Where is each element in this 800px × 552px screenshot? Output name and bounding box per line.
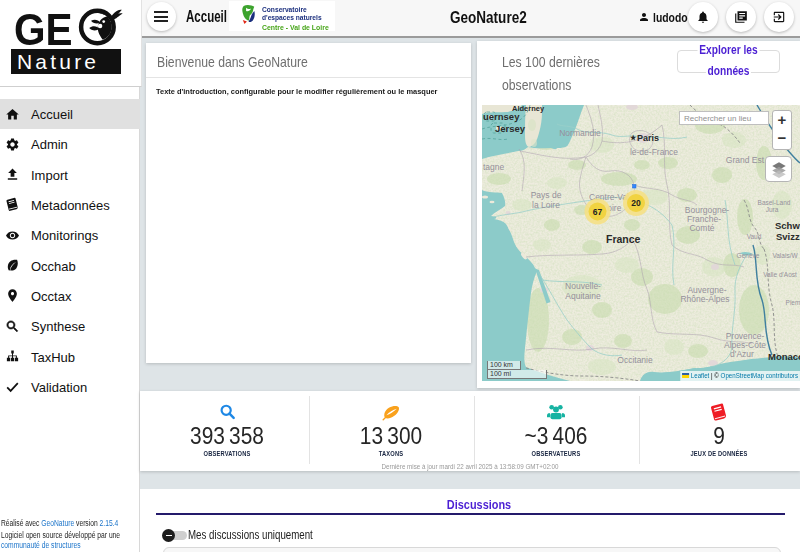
svg-text:France: France: [606, 233, 641, 245]
svg-text:la Loire: la Loire: [532, 200, 560, 210]
svg-text:Rhône-Alpes: Rhône-Alpes: [680, 294, 729, 304]
svg-text:le-de-France: le-de-France: [630, 147, 678, 157]
svg-text:Schw: Schw: [775, 220, 800, 231]
svg-text:Grand Est: Grand Est: [726, 155, 765, 165]
svg-text:Jura: Jura: [766, 206, 779, 213]
svg-text:Comté: Comté: [689, 223, 714, 233]
svg-text:Piem: Piem: [786, 299, 800, 306]
svg-text:Jersey: Jersey: [495, 123, 526, 134]
svg-text:Valle d'Aost: Valle d'Aost: [763, 271, 797, 278]
svg-text:Valais/W: Valais/W: [772, 252, 798, 259]
svg-text:tagne: tagne: [483, 162, 505, 172]
svg-text:Vaud: Vaud: [747, 233, 762, 240]
svg-text:d'Azur: d'Azur: [730, 349, 754, 359]
svg-text:Genève: Genève: [737, 252, 760, 259]
svg-text:20: 20: [631, 198, 641, 208]
svg-text:Nouvelle-: Nouvelle-: [565, 281, 601, 291]
svg-text:Basel-Land: Basel-Land: [758, 199, 791, 206]
svg-text:uernsey: uernsey: [483, 111, 520, 122]
svg-text:67: 67: [593, 207, 603, 217]
svg-text:Pays de: Pays de: [531, 190, 562, 200]
svg-text:Occitanie: Occitanie: [617, 355, 653, 365]
svg-text:Aquitaine: Aquitaine: [565, 291, 601, 301]
svg-text:Normandie: Normandie: [559, 128, 601, 138]
svg-text:Paris: Paris: [637, 133, 659, 143]
svg-text:Monaco: Monaco: [768, 351, 800, 362]
svg-text:Svizz: Svizz: [776, 231, 800, 242]
svg-text:★: ★: [630, 134, 637, 141]
